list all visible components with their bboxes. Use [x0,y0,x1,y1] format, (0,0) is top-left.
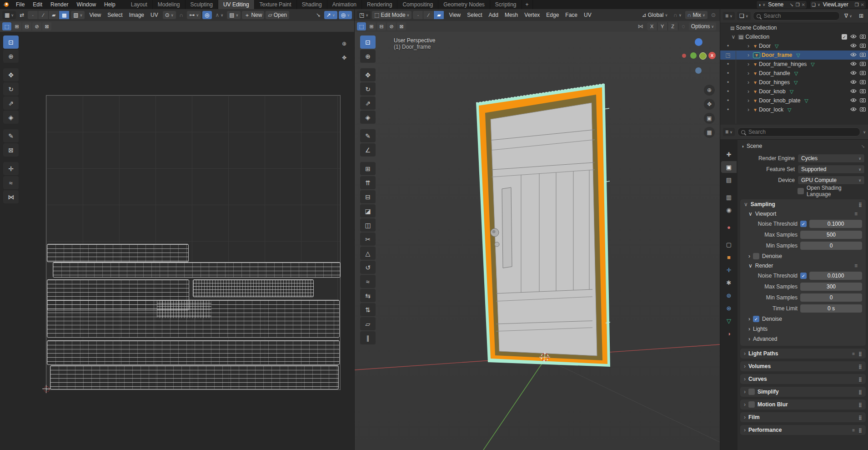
move-tool[interactable]: ✥ [360,68,376,81]
uv-select-face[interactable]: ▰ [49,11,59,19]
topbar-menu-window[interactable]: Window [72,0,100,9]
panel-checkbox[interactable] [748,389,755,395]
camera-icon[interactable] [860,97,866,104]
camera-icon[interactable] [860,61,866,67]
axis-neg-y-ball[interactable] [699,52,707,60]
viewport-menu-mesh[interactable]: Mesh [502,9,521,21]
workspace-tab-uv-editing[interactable]: UV Editing [218,0,255,9]
drag-grip-icon[interactable]: ⣿ [858,402,862,407]
properties-search-input[interactable] [748,128,857,136]
panel-header[interactable]: ›Film⣿ [740,412,866,422]
outliner-row[interactable]: •›▼Door▽ [720,41,868,51]
viewport-menu-vertex[interactable]: Vertex [521,9,543,21]
property-dropdown[interactable]: Cycles∨ [798,154,865,163]
rotate-tool[interactable]: ↻ [360,82,376,96]
eye-icon[interactable] [850,97,857,104]
osl-checkbox[interactable] [798,188,804,194]
uv-zoom-icon[interactable]: ⊕ [339,38,350,49]
knife-tool[interactable]: ✂ [360,233,376,246]
transform-tool[interactable]: ◈ [3,111,19,124]
annotate-tool[interactable]: ✎ [360,129,376,142]
bevel-tool[interactable]: ◪ [360,204,376,217]
property-checkbox[interactable]: ✓ [800,221,807,227]
properties-tab-object-data[interactable]: ▽ [721,315,737,327]
uv-select-edge[interactable]: ∕ [38,11,49,19]
sampling-viewport-subheader[interactable]: ∨ Viewport ≡ [740,209,866,218]
expand-icon[interactable]: › [745,70,752,76]
uv-island[interactable] [53,262,341,278]
camera-icon[interactable] [860,88,866,95]
outliner-filter-button[interactable]: ∇∨ [842,12,854,20]
mirror-z-toggle[interactable]: Z [668,22,678,30]
properties-tab-constraints[interactable]: ⊛ [721,302,737,314]
transform-orientation-button[interactable]: ⊿Global∨ [640,11,670,19]
uv-island[interactable] [47,244,189,262]
camera-icon[interactable] [860,70,866,76]
expand-icon[interactable]: › [745,52,752,58]
uv-island[interactable] [193,279,314,297]
scene-collection-row[interactable]: ▤ Scene Collection [720,23,868,32]
outliner-row[interactable]: •›▼Door_frame_hinges▽ [720,60,868,69]
snap-settings-button[interactable]: ∩Mix∨ [685,11,707,19]
uv-island[interactable] [50,365,339,389]
uv-snap-toggle[interactable]: ∩ [177,11,186,19]
property-value-field[interactable]: 0 [800,242,862,250]
eye-icon[interactable] [850,79,857,86]
workspace-tab-rendering[interactable]: Rendering [362,0,397,9]
viewport-menu-edge[interactable]: Edge [543,9,562,21]
move-tool[interactable]: ✥ [3,68,19,81]
viewport-canvas[interactable]: ⊡⊕✥↻⇗◈✎∠⊞⇈⊟◪◫✂△↺≈⇆⇅▱∥ User Perspective (… [355,32,720,450]
edge-slide-tool[interactable]: ⇆ [360,289,376,302]
collection-row[interactable]: ∨ ▤ Collection ✓ [720,32,868,41]
view-layer-selector[interactable]: ❏ ∨ ViewLayer ❐ ✕ [810,0,866,9]
image-pin-button[interactable]: ⊸ [314,11,323,19]
select-mode-edge[interactable]: ∕ [423,11,434,19]
uv-menu-uv[interactable]: UV [147,9,161,21]
viewport-pan-hand-icon[interactable]: ✥ [704,99,715,110]
shear-tool[interactable]: ▱ [360,317,376,330]
add-workspace-button[interactable]: + [522,0,533,9]
workspace-tab-compositing[interactable]: Compositing [397,0,438,9]
preset-icon[interactable]: ≡ [852,428,855,433]
property-value-field[interactable]: 0 s [800,304,862,313]
mode-invert[interactable]: ⊘ [32,22,41,30]
eye-icon[interactable] [850,43,857,49]
preset-icon[interactable]: ≡ [854,263,858,269]
expand-icon[interactable]: › [745,79,752,86]
axis-x-ball[interactable]: X [708,52,716,59]
viewport-denoise-row[interactable]: › Denoise [740,251,866,261]
uv-pivot-button[interactable]: ⊙∨ [163,11,176,19]
shrink-fatten-tool[interactable]: ⇅ [360,303,376,316]
rip-region-tool[interactable]: ⊠ [3,143,19,157]
workspace-tab-texture-paint[interactable]: Texture Paint [255,0,297,9]
viewport-menu-view[interactable]: View [446,9,464,21]
drag-grip-icon[interactable]: ⣿ [858,202,862,207]
inset-faces-tool[interactable]: ⊟ [360,190,376,203]
drag-grip-icon[interactable]: ⣿ [858,415,862,420]
uv-select-island[interactable]: ▩ [59,11,70,19]
tweak-select-tool[interactable]: ⊡ [3,35,19,49]
viewport-menu-select[interactable]: Select [464,9,485,21]
scale-tool[interactable]: ⇗ [360,96,376,110]
axis-y-ball[interactable] [690,52,697,59]
properties-tab-output[interactable]: ▤ [721,174,737,186]
mode-intersect[interactable]: ⊠ [42,22,51,30]
mode-intersect[interactable]: ⊠ [397,22,406,30]
uv-menu-select[interactable]: Select [104,9,125,21]
outliner-row[interactable]: •›▼Door_handle▽ [720,69,868,78]
chevron-down-icon[interactable]: ∨ [863,130,866,134]
property-value-field[interactable]: 0 [800,293,862,302]
properties-tab-world[interactable]: ● [721,221,737,233]
uv-proportional-edit-toggle[interactable]: ◎ [202,11,211,19]
snap-toggle[interactable]: ∩∨ [671,11,683,19]
preset-icon[interactable]: ≡ [852,351,855,356]
loop-cut-tool[interactable]: ◫ [360,218,376,232]
mode-subtract[interactable]: ⊟ [22,22,31,30]
transform-tool[interactable]: ◈ [360,111,376,124]
render-denoise-checkbox[interactable]: ✓ [753,316,759,322]
mode-dropdown[interactable]: ⬚Edit Mode∨ [372,11,411,19]
mode-invert[interactable]: ⊘ [387,22,396,30]
image-browse-button[interactable]: ▤∨ [227,11,241,19]
cursor-tool[interactable]: ⊕ [3,50,19,63]
outliner-row[interactable]: •›▼Door_hinges▽ [720,78,868,87]
